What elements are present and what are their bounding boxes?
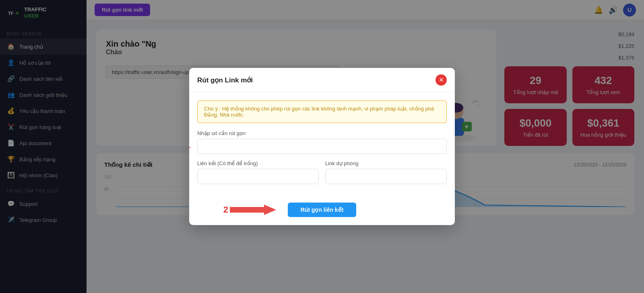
step2-label: 2 [223, 205, 228, 215]
submit-button[interactable]: Rút gọn liên kết [288, 203, 357, 217]
svg-marker-18 [230, 205, 276, 215]
link-du-phong-label: Link dự phòng [325, 160, 447, 166]
modal-footer: 2 Rút gọn liên kết [189, 199, 455, 225]
lien-ket-label: Liên kết (Có thể để trống) [197, 160, 319, 166]
arrow2-svg [230, 204, 278, 216]
modal-close-button[interactable]: ✕ [436, 74, 447, 86]
url-input[interactable] [197, 139, 447, 154]
url-field-label: Nhập url cần rút gọn [197, 130, 447, 136]
modal-title: Rút gọn Link mới [197, 76, 253, 84]
lien-ket-field: Liên kết (Có thể để trống) [197, 160, 319, 184]
modal-header: Rút gọn Link mới ✕ [189, 68, 455, 92]
submit-wrapper: 2 Rút gọn liên kết [288, 203, 357, 217]
link-du-phong-input[interactable] [325, 169, 447, 184]
modal-warning: Chú ý : Hệ thống không cho phép rút gọn … [197, 100, 447, 123]
lien-ket-input[interactable] [197, 169, 319, 184]
modal-body: Chú ý : Hệ thống không cho phép rút gọn … [189, 92, 455, 199]
modal-overlay[interactable]: Rút gọn Link mới ✕ Chú ý : Hệ thống khôn… [0, 0, 644, 293]
link-du-phong-field: Link dự phòng [325, 160, 447, 184]
link-fields-row: Liên kết (Có thể để trống) Link dự phòng [197, 160, 447, 184]
arrow1-svg [189, 141, 193, 154]
arrow2-container: 2 [223, 204, 278, 216]
url-field-wrapper: Nhập url cần rút gọn 1 [197, 130, 447, 160]
modal: Rút gọn Link mới ✕ Chú ý : Hệ thống khôn… [189, 68, 455, 225]
arrow1-container: 1 [189, 141, 193, 154]
